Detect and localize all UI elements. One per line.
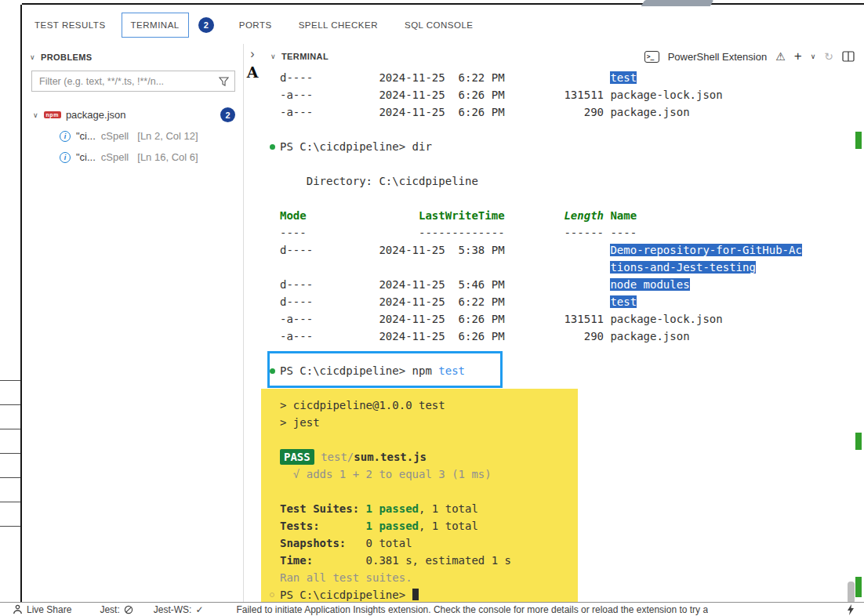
term-text: d---- 2024-11-25 5:46 PM [280,278,610,291]
jest-ws-status[interactable]: Jest-WS: ✓ [154,604,204,615]
term-text: > cicdpipeline@1.0.0 test [280,399,445,411]
jest-summary-line: Tests: 1 passed, 1 total [261,517,850,534]
term-text: -a--- 2024-11-25 6:26 PM 290 package.jso… [280,106,690,118]
jest-summary-line: Time: 0.381 s, estimated 1 s [261,552,850,569]
terminal-title: TERMINAL [281,52,329,61]
term-text: Name [604,209,637,222]
terminal-prompt-line: PS C:\cicdpipeline> npm test [261,362,850,379]
term-text: 1 passed [366,520,419,532]
terminal-line [261,190,850,207]
ruler-mark [855,577,862,597]
status-bar: Live Share Jest: Jest-WS: ✓ Failed to in… [0,602,864,616]
expand-chevron-icon[interactable]: › [244,47,261,61]
overview-ruler [850,69,864,602]
terminal-line: > cicdpipeline@1.0.0 test [261,397,850,414]
term-text: -a--- 2024-11-25 6:26 PM 131511 package-… [280,313,723,325]
terminal-header-actions: >_ PowerShell Extension ⚠ + ∨ ↻ [644,49,855,64]
split-terminal-icon[interactable] [842,51,855,62]
jest-pass-line: PASS test/sum.test.js [261,448,850,466]
terminal-line: Ran all test suites. [261,569,850,586]
terminal-line: tions-and-Jest-testing [261,259,850,276]
terminal-line: ---- ------------- ------ ---- [261,224,850,241]
term-text: sum.test.js [354,451,427,463]
live-share-label: Live Share [27,604,71,615]
problems-filter-box [31,71,235,92]
problems-count-badge: 2 [220,107,235,122]
grid-line [0,502,20,502]
filter-funnel-icon[interactable] [219,77,229,86]
problems-filter-input[interactable] [38,75,219,88]
problem-source: cSpell [101,151,129,163]
check-icon: ✓ [195,604,203,615]
term-text: Snapshots: [280,537,366,549]
selection-text: node_modules [610,278,689,291]
terminal-cursor [412,589,419,600]
terminal-shell-selector[interactable]: PowerShell Extension [668,51,767,63]
terminal-prompt-line: PS C:\cicdpipeline> [261,586,850,603]
warning-icon[interactable]: ⚠ [775,50,786,63]
terminal-line: d---- 2024-11-25 5:46 PM node_modules [261,276,850,293]
term-text: Length [564,209,604,222]
terminal-dropdown-chevron[interactable]: ∨ [811,53,816,60]
grid-line [0,380,20,381]
jest-disabled-icon [124,605,133,614]
tab-ports[interactable]: PORTS [238,13,274,37]
panel-tab-bar: TEST RESULTS TERMINAL 2 PORTS SPELL CHEC… [24,6,864,43]
term-text: , 1 total [419,520,478,532]
tab-spell-checker[interactable]: SPELL CHECKER [297,13,379,37]
refresh-icon[interactable]: ↻ [824,50,833,63]
scrollbar-thumb[interactable] [848,582,855,603]
terminal-line [261,345,850,362]
vscode-window: TEST RESULTS TERMINAL 2 PORTS SPELL CHEC… [0,0,864,616]
terminal-line: d---- 2024-11-25 6:22 PM test [261,293,850,310]
selection-text: test [610,71,637,84]
term-text: , 1 total [419,502,478,515]
term-text: Test Suites: [280,502,366,515]
selection-text: Demo-repository-for-GitHub-Ac [610,244,801,256]
terminal-line: √ adds 1 + 2 to equal 3 (1 ms) [261,466,850,483]
terminal-line: -a--- 2024-11-25 6:26 PM 131511 package-… [261,86,850,103]
terminal-body[interactable]: d---- 2024-11-25 6:22 PM test -a--- 2024… [261,69,864,602]
powershell-icon: >_ [644,51,659,63]
problems-tree: ∨ npm package.json 2 i "ci... cSpell [Ln… [24,104,243,168]
live-share-status[interactable]: Live Share [13,604,71,615]
problem-item[interactable]: i "ci... cSpell [Ln 16, Col 6] [24,147,243,168]
lightning-icon[interactable] [847,604,855,615]
jest-ws-label: Jest-WS: [154,604,192,615]
tab-terminal[interactable]: TERMINAL [122,13,189,38]
terminal-line: -a--- 2024-11-25 6:26 PM 131511 package-… [261,310,850,328]
jest-summary-line: Snapshots: 0 total [261,534,850,552]
terminal-line [261,483,850,500]
jest-status[interactable]: Jest: [100,604,133,615]
status-error-message[interactable]: Failed to initiate Application Insights … [236,604,708,615]
grid-line [0,526,20,527]
ruler-mark [855,433,862,450]
terminal-line [261,431,850,448]
term-text: npm [412,364,439,377]
tab-sql-console[interactable]: SQL CONSOLE [403,13,475,37]
term-text: d---- 2024-11-25 6:22 PM [280,71,610,84]
problem-location: [Ln 2, Col 12] [137,130,198,142]
problems-header[interactable]: ∨ PROBLEMS [24,44,243,66]
info-icon: i [60,152,71,163]
terminal-line [261,121,850,138]
terminal-line: Directory: C:\cicdpipeline [261,172,850,190]
tree-row-package-json[interactable]: ∨ npm package.json 2 [24,104,243,125]
terminal-line [261,155,850,172]
terminal-line: -a--- 2024-11-25 6:26 PM 290 package.jso… [261,328,850,345]
selection-text: tions-and-Jest-testing [610,261,755,274]
problem-text: "ci... [76,151,96,163]
chevron-down-icon: ∨ [270,53,276,60]
tab-test-results[interactable]: TEST RESULTS [33,13,107,37]
grid-line [0,453,20,454]
term-text: -a--- 2024-11-25 6:26 PM 290 package.jso… [280,330,690,342]
spell-checker-icon[interactable]: A [244,63,261,81]
terminal-line: > jest [261,414,850,431]
term-text: Ran all test suites. [280,571,412,584]
problem-item[interactable]: i "ci... cSpell [Ln 2, Col 12] [24,125,243,147]
problem-text: "ci... [76,130,96,142]
new-terminal-button[interactable]: + [794,49,802,64]
chevron-down-icon: ∨ [30,53,35,61]
left-grid-rail [0,5,22,602]
panel-strip: › A [244,44,261,602]
